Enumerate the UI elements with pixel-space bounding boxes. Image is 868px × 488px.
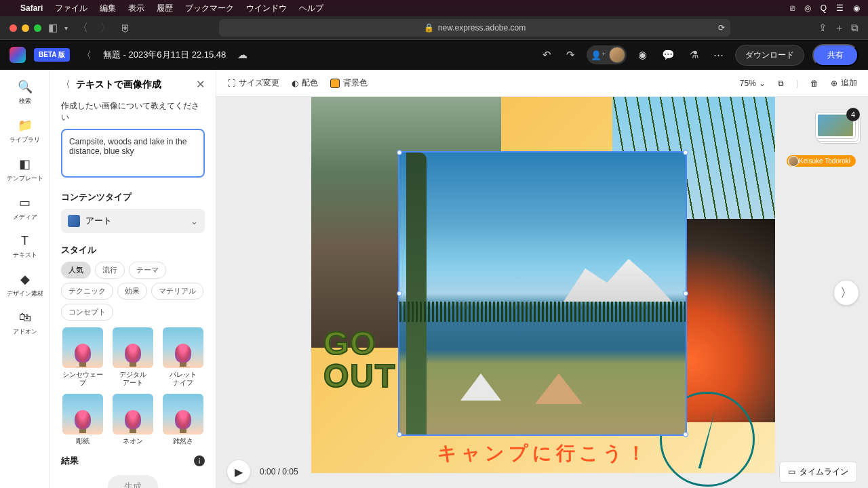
tabs-icon[interactable]: ⧉ [851,22,859,34]
menu-file[interactable]: ファイル [55,3,87,14]
share-button[interactable]: 共有 [812,44,859,66]
play-button[interactable]: ▶ [227,460,250,483]
style-neon[interactable]: ネオン [111,394,155,445]
camera-icon[interactable]: ⎚ [790,3,795,13]
lightbulb-icon[interactable]: ◉ [635,49,650,61]
chip-material[interactable]: マテリアル [151,283,203,300]
maximize-window-icon[interactable] [34,24,41,32]
prompt-input[interactable] [61,129,205,178]
comment-icon[interactable]: 💬 [658,49,678,61]
bgcolor-button[interactable]: 背景色 [330,77,368,89]
adobe-logo-icon[interactable] [9,47,26,63]
selected-generated-image[interactable] [398,151,687,436]
menu-edit[interactable]: 編集 [100,3,116,14]
info-icon[interactable]: i [194,455,205,466]
plus-circle-icon: ⊕ [831,79,837,88]
resize-handle[interactable] [397,432,402,437]
macos-menubar: Safari ファイル 編集 表示 履歴 ブックマーク ウインドウ ヘルプ ⎚ … [0,0,868,16]
style-thumb [62,327,103,368]
canvas-viewport[interactable]: キャンプに行こう！ 4 Keisuke Todoroki 〉 [216,97,868,488]
folder-icon: 📁 [18,118,33,133]
panel-back-icon[interactable]: 〈 [61,79,71,91]
style-cluttered[interactable]: 雑然さ [161,394,205,445]
resize-handle[interactable] [397,150,402,155]
rail-search[interactable]: 🔍検索 [18,79,33,106]
siri-icon[interactable]: ◉ [853,3,860,13]
download-button[interactable]: ダウンロード [735,45,804,66]
chip-effect[interactable]: 効果 [117,283,147,300]
back-icon[interactable]: 〈 [78,49,95,62]
menu-bookmarks[interactable]: ブックマーク [185,3,234,14]
back-button[interactable]: 〈 [75,21,91,35]
page-thumbnail-stack[interactable]: 4 [815,112,856,139]
chevron-down-icon[interactable]: ▾ [64,24,68,32]
chip-popular[interactable]: 人気 [61,262,91,279]
refresh-icon[interactable]: ⟳ [718,23,725,33]
resize-icon: ⛶ [227,79,235,88]
collaborator-avatars[interactable]: 👤⁺ [587,45,627,64]
content-type-select[interactable]: アート ⌄ [61,209,205,233]
zoom-select[interactable]: 75%⌄ [740,79,766,88]
rail-templates[interactable]: ◧テンプレート [7,157,43,183]
style-synthwave[interactable]: シンセウェーブ [61,327,104,387]
address-bar[interactable]: 🔒 new.express.adobe.com ⟳ [219,19,730,37]
chip-concept[interactable]: コンセプト [61,304,113,321]
document-title[interactable]: 無題 - 2023年6月11日 22.15.48 [103,49,226,61]
chip-theme[interactable]: テーマ [129,262,166,279]
undo-icon[interactable]: ↶ [539,49,555,61]
resize-handle[interactable] [683,150,688,155]
generate-button[interactable]: 生成 [108,475,158,488]
tent-shape [535,373,583,404]
style-palette-knife[interactable]: パレット ナイフ [161,327,205,387]
style-grid: シンセウェーブ デジタル アート パレット ナイフ 彫紙 ネオン 雑然さ [61,327,205,445]
share-icon[interactable]: ⇪ [818,22,827,34]
resize-handle[interactable] [683,432,688,437]
resize-handle[interactable] [397,291,402,296]
close-window-icon[interactable] [9,24,17,32]
duplicate-icon[interactable]: ⧉ [778,79,784,88]
rail-assets[interactable]: ◆デザイン素材 [7,272,43,298]
next-page-button[interactable]: 〉 [834,281,859,305]
user-avatar[interactable] [609,47,625,63]
control-center-icon[interactable]: ☰ [836,3,844,13]
style-papercut[interactable]: 彫紙 [61,394,104,445]
url-text: new.express.adobe.com [438,23,526,33]
rail-text[interactable]: Tテキスト [13,234,37,260]
more-icon[interactable]: ⋯ [710,49,727,61]
chip-technique[interactable]: テクニック [61,283,113,300]
beaker-icon[interactable]: ⚗ [686,49,702,61]
redo-icon[interactable]: ↷ [563,49,578,61]
style-digital-art[interactable]: デジタル アート [111,327,155,387]
menu-view[interactable]: 表示 [128,3,144,14]
style-thumb [163,394,203,434]
forward-button[interactable]: 〉 [98,21,114,35]
rail-addons[interactable]: 🛍アドオン [13,310,37,336]
panel-close-icon[interactable]: ✕ [196,78,205,91]
shield-icon[interactable]: ⛨ [121,22,131,34]
search-icon[interactable]: Q [821,3,827,13]
menu-help[interactable]: ヘルプ [299,3,323,14]
new-tab-icon[interactable]: ＋ [834,22,844,35]
style-thumb [113,394,153,434]
text-icon: T [21,234,28,248]
recolor-button[interactable]: ◐配色 [292,77,318,89]
canvas-toolbar: ⛶サイズ変更 ◐配色 背景色 75%⌄ ⧉ | 🗑 ⊕追加 [216,70,868,97]
timeline-button[interactable]: ▭タイムライン [779,462,857,483]
app-name[interactable]: Safari [20,3,43,13]
menu-window[interactable]: ウインドウ [246,3,287,14]
minimize-window-icon[interactable] [22,24,29,32]
window-controls[interactable] [9,24,41,32]
resize-handle[interactable] [683,291,688,296]
style-label: スタイル [61,244,205,256]
delete-icon[interactable]: 🗑 [810,79,818,88]
add-button[interactable]: ⊕追加 [831,77,857,89]
cloud-sync-icon[interactable]: ☁ [234,49,251,61]
resize-button[interactable]: ⛶サイズ変更 [227,77,279,89]
add-collaborator-icon[interactable]: 👤⁺ [588,50,609,60]
sidebar-toggle-icon[interactable]: ◧ [48,22,58,34]
rail-library[interactable]: 📁ライブラリ [9,118,40,144]
focus-icon[interactable]: ◎ [804,3,811,13]
rail-media[interactable]: ▭メディア [13,195,37,222]
chip-trend[interactable]: 流行 [95,262,125,279]
menu-history[interactable]: 履歴 [157,3,173,14]
